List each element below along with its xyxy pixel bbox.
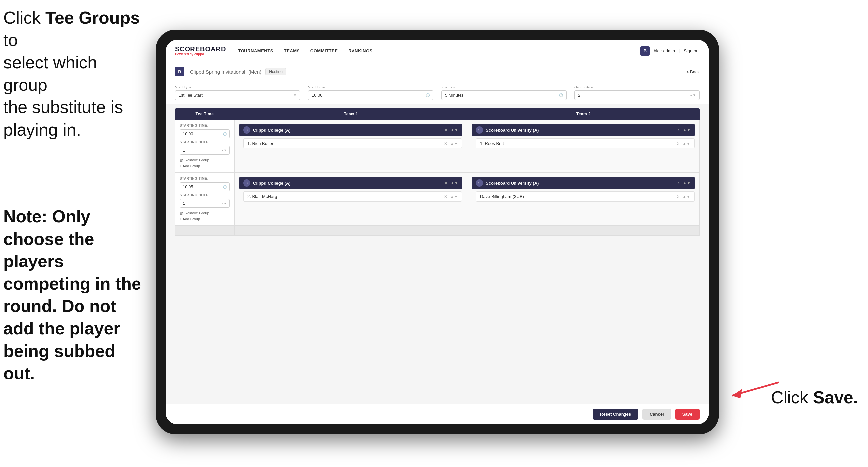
team2-name-1: Scoreboard University (A) bbox=[486, 127, 674, 133]
group-size-group: Group Size 2 ▲▼ bbox=[575, 85, 700, 100]
time-spin-icon-2: 🕐 bbox=[223, 185, 227, 188]
team1-close-icon-2[interactable]: ✕ bbox=[444, 181, 447, 185]
player-number-1-2: 2. bbox=[247, 194, 251, 199]
team1-icon-2: C bbox=[243, 179, 250, 186]
starting-hole-label-1: STARTING HOLE: bbox=[180, 140, 229, 144]
footer-bar: Reset Changes Cancel Save bbox=[166, 404, 709, 424]
add-group-1[interactable]: + Add Group bbox=[180, 164, 229, 168]
team1-name-2: Clippd College (A) bbox=[253, 181, 442, 185]
team2-expand-icon-1[interactable]: ▲▼ bbox=[683, 127, 691, 132]
player1-close-icon-2[interactable]: ✕ bbox=[444, 194, 447, 199]
player-number-2-1: 1. bbox=[480, 141, 484, 146]
player-card-2-1: 1. Rees Britt ✕ ▲▼ bbox=[476, 138, 695, 148]
nav-pipe: | bbox=[679, 49, 680, 53]
th-team2: Team 2 bbox=[467, 108, 700, 120]
reset-changes-button[interactable]: Reset Changes bbox=[593, 409, 639, 419]
admin-avatar: B bbox=[641, 47, 650, 56]
hosting-badge: Hosting bbox=[266, 68, 286, 75]
team2-close-icon-1[interactable]: ✕ bbox=[677, 127, 680, 132]
team1-cell-1: C Clippd College (A) ✕ ▲▼ 1. Rich Butler bbox=[235, 120, 467, 172]
settings-row: Start Type 1st Tee Start ▼ Start Time 10… bbox=[166, 81, 709, 105]
start-type-input[interactable]: 1st Tee Start ▼ bbox=[175, 90, 300, 100]
player1-actions-1: ✕ ▲▼ bbox=[444, 141, 458, 146]
remove-group-1[interactable]: 🗑 Remove Group bbox=[180, 158, 229, 162]
team1-close-icon-1[interactable]: ✕ bbox=[444, 127, 447, 132]
player1-spin-icon-1[interactable]: ▲▼ bbox=[450, 141, 458, 146]
group-size-label: Group Size bbox=[575, 85, 700, 89]
tee-controls-1: STARTING TIME: 10:00 🕐 STARTING HOLE: 1 … bbox=[175, 120, 235, 172]
start-type-group: Start Type 1st Tee Start ▼ bbox=[175, 85, 300, 100]
intervals-input[interactable]: 5 Minutes 🕐 bbox=[441, 90, 566, 100]
team2-cell-2: S Scoreboard University (A) ✕ ▲▼ Dave Bi… bbox=[467, 173, 700, 225]
player2-close-icon-2[interactable]: ✕ bbox=[677, 194, 680, 199]
nav-teams[interactable]: TEAMS bbox=[284, 47, 300, 55]
table-header: Tee Time Team 1 Team 2 bbox=[175, 108, 700, 120]
partial-team1 bbox=[235, 226, 467, 235]
team2-close-icon-2[interactable]: ✕ bbox=[677, 181, 680, 185]
partial-tee bbox=[175, 226, 235, 235]
admin-name: blair admin bbox=[654, 49, 675, 53]
team1-expand-icon-1[interactable]: ▲▼ bbox=[450, 127, 458, 132]
trash-icon-2: 🗑 bbox=[180, 211, 183, 215]
hole-spin-icon-2: ▲▼ bbox=[221, 202, 227, 205]
trash-icon-1: 🗑 bbox=[180, 158, 183, 162]
group-row-2: STARTING TIME: 10:05 🕐 STARTING HOLE: 1 … bbox=[175, 173, 700, 226]
sign-out-link[interactable]: Sign out bbox=[684, 49, 700, 53]
team2-header-1[interactable]: S Scoreboard University (A) ✕ ▲▼ bbox=[472, 124, 695, 136]
logo-title: SCOREBOARD bbox=[175, 46, 226, 52]
team1-header-2[interactable]: C Clippd College (A) ✕ ▲▼ bbox=[239, 177, 462, 189]
tee-table: Tee Time Team 1 Team 2 STARTING TIME: 10… bbox=[166, 105, 709, 404]
save-button[interactable]: Save bbox=[675, 409, 700, 419]
team1-expand-icon-2[interactable]: ▲▼ bbox=[450, 181, 458, 185]
player2-close-icon-1[interactable]: ✕ bbox=[677, 141, 680, 146]
navbar: SCOREBOARD Powered by clippd TOURNAMENTS… bbox=[166, 40, 709, 62]
hole-spin-icon-1: ▲▼ bbox=[221, 149, 227, 152]
instruction-text: Click Tee Groups toselect which groupthe… bbox=[3, 7, 143, 141]
nav-right: B blair admin | Sign out bbox=[641, 47, 700, 56]
content-area: B Clippd Spring Invitational (Men) Hosti… bbox=[166, 62, 709, 424]
player1-close-icon-1[interactable]: ✕ bbox=[444, 141, 447, 146]
th-tee-time: Tee Time bbox=[175, 108, 235, 120]
team2-actions-1: ✕ ▲▼ bbox=[677, 127, 691, 132]
team2-expand-icon-2[interactable]: ▲▼ bbox=[683, 181, 691, 185]
start-time-label: Start Time bbox=[308, 85, 433, 89]
team1-actions-2: ✕ ▲▼ bbox=[444, 181, 458, 185]
player2-actions-2: ✕ ▲▼ bbox=[677, 194, 690, 199]
player1-spin-icon-2[interactable]: ▲▼ bbox=[450, 194, 458, 199]
cancel-button[interactable]: Cancel bbox=[642, 409, 671, 419]
nav-tournaments[interactable]: TOURNAMENTS bbox=[238, 47, 273, 55]
th-team1: Team 1 bbox=[235, 108, 467, 120]
starting-hole-input-2[interactable]: 1 ▲▼ bbox=[180, 199, 229, 208]
player-card-2-2: Dave Billingham (SUB) ✕ ▲▼ bbox=[476, 191, 695, 202]
player2-actions-1: ✕ ▲▼ bbox=[677, 141, 690, 146]
team2-header-2[interactable]: S Scoreboard University (A) ✕ ▲▼ bbox=[472, 177, 695, 189]
clock-icon: 🕐 bbox=[426, 93, 430, 97]
clock-icon-2: 🕐 bbox=[559, 93, 563, 97]
player-card-1-2: 2. Blair McHarg ✕ ▲▼ bbox=[243, 191, 462, 202]
player2-spin-icon-1[interactable]: ▲▼ bbox=[682, 141, 690, 146]
group-row-1: STARTING TIME: 10:00 🕐 STARTING HOLE: 1 … bbox=[175, 120, 700, 173]
start-time-input[interactable]: 10:00 🕐 bbox=[308, 90, 433, 100]
team2-name-2: Scoreboard University (A) bbox=[486, 181, 674, 185]
add-group-2[interactable]: + Add Group bbox=[180, 217, 229, 221]
player-name-2-1: Rees Britt bbox=[485, 141, 677, 146]
tee-groups-bold: Tee Groups bbox=[45, 8, 140, 27]
team1-header-1[interactable]: C Clippd College (A) ✕ ▲▼ bbox=[239, 124, 462, 136]
back-button[interactable]: < Back bbox=[686, 69, 700, 74]
team2-icon-1: S bbox=[476, 126, 483, 134]
starting-hole-input-1[interactable]: 1 ▲▼ bbox=[180, 146, 229, 155]
starting-time-input-1[interactable]: 10:00 🕐 bbox=[180, 129, 229, 138]
team1-name-1: Clippd College (A) bbox=[253, 127, 442, 133]
chevron-down-icon: ▼ bbox=[293, 93, 297, 97]
starting-time-input-2[interactable]: 10:05 🕐 bbox=[180, 182, 229, 191]
tournament-left: B Clippd Spring Invitational (Men) Hosti… bbox=[175, 67, 286, 76]
tournament-header: B Clippd Spring Invitational (Men) Hosti… bbox=[166, 62, 709, 81]
start-type-label: Start Type bbox=[175, 85, 300, 89]
remove-group-2[interactable]: 🗑 Remove Group bbox=[180, 211, 229, 215]
group-size-input[interactable]: 2 ▲▼ bbox=[575, 90, 700, 100]
nav-rankings[interactable]: RANKINGS bbox=[348, 47, 372, 55]
starting-time-label-2: STARTING TIME: bbox=[180, 177, 229, 180]
nav-committee[interactable]: COMMITTEE bbox=[310, 47, 338, 55]
player2-spin-icon-2[interactable]: ▲▼ bbox=[682, 194, 690, 199]
team1-cell-2: C Clippd College (A) ✕ ▲▼ 2. Blair McHar… bbox=[235, 173, 467, 225]
